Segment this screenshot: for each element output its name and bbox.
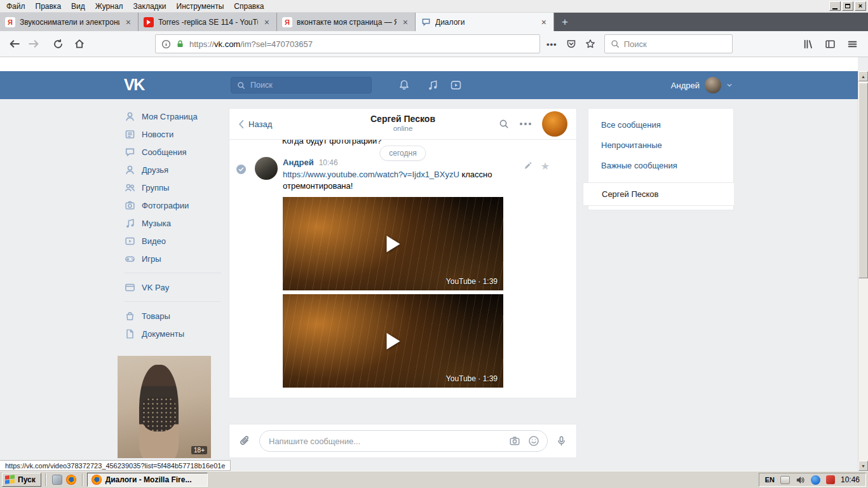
sidebar-item-video[interactable]: Видео <box>125 232 221 250</box>
filter-all-messages[interactable]: Все сообщения <box>588 114 733 135</box>
chat-panel: Назад Сергей Песков online Когда будут ф… <box>229 108 577 398</box>
url-bar[interactable]: https://vk.com/im?sel=470703657 <box>155 34 540 53</box>
lock-icon[interactable] <box>176 39 184 48</box>
tab-close-icon[interactable]: × <box>262 17 271 27</box>
message-author[interactable]: Андрей <box>283 158 314 167</box>
microphone-icon[interactable] <box>556 435 567 447</box>
tab-close-icon[interactable]: × <box>539 17 548 27</box>
back-link[interactable]: Назад <box>238 119 272 129</box>
menu-history[interactable]: Журнал <box>90 1 128 12</box>
message-hover-actions: ★ <box>524 161 550 172</box>
back-icon[interactable] <box>5 34 24 53</box>
scroll-up-icon[interactable]: ▲ <box>858 71 868 81</box>
forward-icon[interactable] <box>24 34 43 53</box>
home-icon[interactable] <box>70 34 89 53</box>
tab-close-icon[interactable]: × <box>401 17 410 27</box>
sidebar-item-groups[interactable]: Группы <box>125 179 221 196</box>
important-star-icon[interactable]: ★ <box>541 161 550 172</box>
bookmark-star-icon[interactable] <box>585 39 595 49</box>
video-icon[interactable] <box>450 79 462 91</box>
menu-hamburger-icon[interactable] <box>847 39 858 50</box>
play-icon[interactable] <box>386 333 400 349</box>
smiley-icon[interactable] <box>528 435 539 447</box>
menu-edit[interactable]: Правка <box>31 1 67 12</box>
tab-close-icon[interactable]: × <box>124 17 133 27</box>
sidebar-item-profile[interactable]: Моя Страница <box>125 107 221 125</box>
sidebar-item-games[interactable]: Игры <box>125 250 221 268</box>
site-info-icon[interactable] <box>161 39 171 49</box>
profile-icon <box>125 111 135 122</box>
restore-button[interactable] <box>842 1 853 11</box>
page-actions-icon[interactable]: ••• <box>546 39 557 49</box>
video-attachment[interactable]: YouTube · 1:39 <box>283 197 503 290</box>
menu-bookmarks[interactable]: Закладки <box>128 1 172 12</box>
play-icon[interactable] <box>386 236 400 252</box>
youtube-favicon-icon <box>144 17 154 27</box>
start-button[interactable]: Пуск <box>2 473 41 487</box>
reload-icon[interactable] <box>48 34 67 53</box>
message-composer: Напишите сообщение... <box>229 424 577 458</box>
notifications-bell-icon[interactable] <box>398 79 410 91</box>
quick-launch-firefox-icon[interactable] <box>66 475 76 485</box>
chat-search-icon[interactable] <box>499 119 509 129</box>
scroll-down-icon[interactable]: ▼ <box>858 461 868 471</box>
attach-paperclip-icon[interactable] <box>239 435 251 447</box>
minimize-button[interactable] <box>829 1 841 11</box>
volume-icon[interactable] <box>796 475 805 485</box>
sidebar-ad-image[interactable]: 18+ <box>118 356 211 458</box>
sidebar-item-messages[interactable]: Сообщения <box>125 143 221 161</box>
read-check-icon[interactable] <box>236 165 246 174</box>
menu-file[interactable]: Файл <box>1 1 31 12</box>
vk-logo[interactable]: VK <box>124 76 144 94</box>
language-bar-icon[interactable] <box>780 476 790 484</box>
message-input[interactable]: Напишите сообщение... <box>259 430 548 452</box>
sidebar-item-friends[interactable]: Друзья <box>125 161 221 179</box>
tab-zvukosnimateli[interactable]: Я Звукосниматели и электроника × <box>0 13 139 31</box>
scrollbar-thumb[interactable] <box>858 83 868 278</box>
pocket-icon[interactable] <box>566 39 576 49</box>
chat-peer-avatar[interactable] <box>542 111 567 137</box>
message-input-placeholder: Напишите сообщение... <box>269 437 501 446</box>
camera-icon[interactable] <box>509 435 520 447</box>
tab-dialogs-active[interactable]: Диалоги × <box>416 13 554 31</box>
message-author-avatar[interactable] <box>255 157 278 180</box>
filter-unread[interactable]: Непрочитанные <box>588 135 733 155</box>
dialogs-favicon-icon <box>421 17 431 27</box>
quick-launch-desktop-icon[interactable] <box>52 475 62 485</box>
close-button[interactable]: × <box>855 1 866 11</box>
browser-search-field[interactable]: Поиск <box>604 34 733 53</box>
tray-app-blue-icon[interactable] <box>811 475 820 485</box>
library-icon[interactable] <box>803 39 813 50</box>
menu-view[interactable]: Вид <box>66 1 90 12</box>
new-tab-button[interactable]: + <box>554 17 576 27</box>
page-scrollbar[interactable]: ▲ ▼ <box>858 71 868 471</box>
sidebar-icon[interactable] <box>825 39 836 50</box>
chat-more-icon[interactable] <box>520 123 531 125</box>
vk-user-menu[interactable]: Андрей <box>671 71 733 99</box>
sidebar-item-news[interactable]: Новости <box>125 125 221 143</box>
filter-important[interactable]: Важные сообщения <box>588 155 733 175</box>
friends-icon <box>125 165 135 175</box>
music-icon[interactable] <box>427 79 438 91</box>
taskbar-divider <box>82 473 83 486</box>
selected-dialog[interactable]: Сергей Песков <box>583 182 734 206</box>
vk-search-field[interactable]: Поиск <box>231 77 372 93</box>
task-button-dialogs[interactable]: Диалоги - Mozilla Fire... <box>87 473 208 487</box>
menu-tools[interactable]: Инструменты <box>172 1 229 12</box>
tray-clock[interactable]: 10:46 <box>841 475 860 484</box>
video-attachment[interactable]: YouTube · 1:39 <box>283 294 503 388</box>
sidebar-item-market[interactable]: Товары <box>125 307 221 325</box>
sidebar-item-docs[interactable]: Документы <box>125 325 221 342</box>
ad-photo-figure <box>139 365 179 458</box>
tray-antivirus-icon[interactable] <box>826 475 835 484</box>
sidebar-item-vkpay[interactable]: VK Pay <box>125 278 221 296</box>
edit-pencil-icon[interactable] <box>524 162 532 171</box>
tab-yandex-vk[interactable]: Я вконтакте моя страница — Янд... × <box>277 13 416 31</box>
tab-youtube[interactable]: Torres -replica SE 114 - YouTube × <box>139 13 277 31</box>
sidebar-item-music[interactable]: Музыка <box>125 214 221 232</box>
menu-help[interactable]: Справка <box>229 1 269 12</box>
vk-search-placeholder: Поиск <box>250 81 273 90</box>
sidebar-item-photos[interactable]: Фотографии <box>125 196 221 214</box>
language-indicator[interactable]: EN <box>765 476 775 484</box>
youtube-link[interactable]: https://www.youtube.com/watch?v=Ijdx1_BX… <box>283 170 459 179</box>
